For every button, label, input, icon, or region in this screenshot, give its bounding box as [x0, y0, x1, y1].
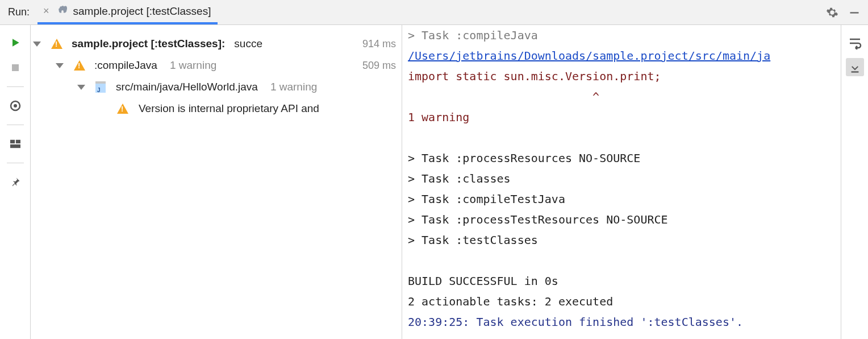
console-task: > Task :processResources NO-SOURCE: [408, 151, 640, 165]
svg-rect-0: [850, 12, 859, 14]
tree-file-path: src/main/java/HelloWorld.java: [116, 81, 258, 93]
svg-rect-7: [851, 71, 858, 72]
console-actionable: 2 actionable tasks: 2 executed: [408, 295, 613, 308]
tree-msg-row[interactable]: Version is internal proprietary API and: [31, 98, 402, 119]
gradle-icon: [56, 3, 69, 19]
tree-compile-title: :compileJava: [94, 59, 157, 72]
console-file-link[interactable]: /Users/jetbrains/Downloads/sample.projec…: [408, 49, 770, 63]
svg-rect-6: [10, 144, 20, 148]
console-caret: ^: [408, 90, 599, 104]
show-button[interactable]: [7, 97, 24, 114]
gear-icon[interactable]: [826, 6, 838, 19]
console-task: > Task :processTestResources NO-SOURCE: [408, 213, 668, 226]
pin-button[interactable]: [7, 173, 24, 191]
tree-root-row[interactable]: sample.project [:testClasses]: succe 914…: [31, 33, 402, 55]
task-tree: sample.project [:testClasses]: succe 914…: [31, 25, 402, 339]
chevron-down-icon[interactable]: [56, 63, 64, 68]
java-file-icon: [95, 81, 106, 93]
tree-root-status: succe: [234, 38, 262, 50]
close-tab-icon[interactable]: ×: [41, 5, 52, 17]
console-task: > Task :classes: [408, 172, 511, 185]
soft-wrap-button[interactable]: [846, 34, 864, 52]
run-button[interactable]: [7, 34, 24, 51]
toolbar-separator: [7, 125, 24, 125]
run-header: Run: × sample.project [:testClasses]: [0, 0, 868, 25]
tree-file-warn: 1 warning: [270, 81, 317, 93]
stop-button[interactable]: [7, 59, 24, 76]
console-import: import static sun.misc.Version.print;: [408, 69, 661, 83]
toolbar-separator: [7, 163, 24, 163]
tree-root-time: 914 ms: [362, 38, 396, 50]
tree-compile-time: 509 ms: [362, 60, 396, 72]
console-warn: 1 warning: [408, 110, 469, 124]
tab-title: sample.project [:testClasses]: [73, 5, 211, 18]
warning-icon: [51, 39, 62, 49]
run-tab[interactable]: × sample.project [:testClasses]: [37, 0, 218, 24]
console-finished: 20:39:25: Task execution finished ':test…: [408, 315, 743, 329]
tree-root-title: sample.project [:testClasses]:: [72, 38, 225, 50]
console-task: > Task :testClasses: [408, 233, 538, 247]
layout-button[interactable]: [7, 135, 24, 152]
svg-rect-5: [15, 140, 20, 143]
warning-icon: [74, 60, 85, 71]
left-toolbar: [0, 25, 31, 339]
minimize-icon[interactable]: [849, 7, 860, 18]
chevron-down-icon[interactable]: [33, 42, 41, 47]
tree-compile-row[interactable]: :compileJava 1 warning 509 ms: [31, 55, 402, 76]
console-line: > Task :compileJava: [408, 28, 538, 42]
svg-rect-1: [12, 64, 19, 71]
console-output[interactable]: > Task :compileJava /Users/jetbrains/Dow…: [402, 25, 841, 339]
run-label: Run:: [0, 6, 37, 18]
scroll-to-end-button[interactable]: [846, 58, 864, 76]
svg-point-3: [14, 104, 17, 108]
console-task: > Task :compileTestJava: [408, 192, 565, 206]
svg-rect-4: [10, 140, 15, 143]
tree-msg-text: Version is internal proprietary API and: [139, 102, 319, 115]
toolbar-separator: [7, 86, 24, 87]
right-toolbar: [841, 25, 868, 339]
warning-icon: [117, 104, 128, 114]
chevron-down-icon[interactable]: [77, 85, 85, 90]
console-build: BUILD SUCCESSFUL in 0s: [408, 274, 558, 288]
tree-file-row[interactable]: src/main/java/HelloWorld.java 1 warning: [31, 76, 402, 98]
tree-compile-warn: 1 warning: [170, 59, 216, 72]
